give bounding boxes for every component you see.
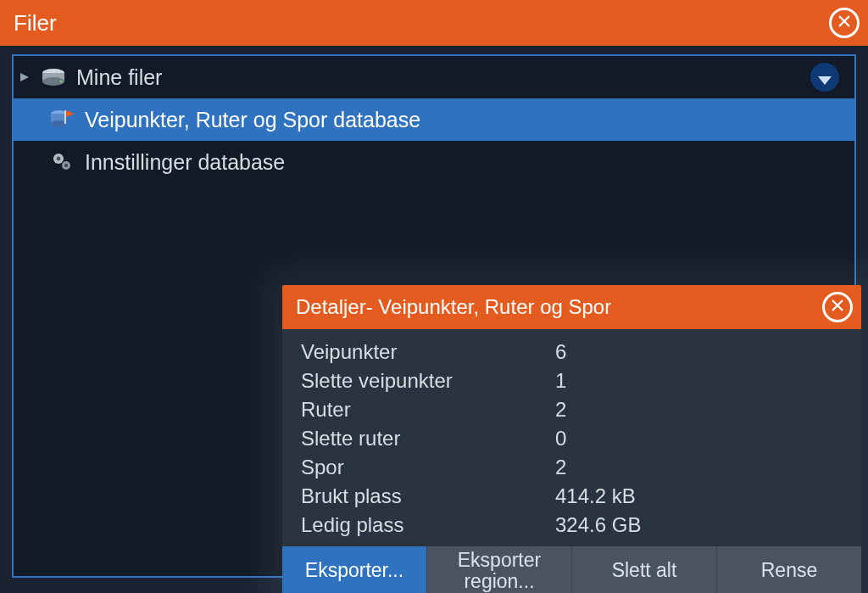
detail-value: 1 — [555, 366, 843, 395]
detail-key: Ruter — [301, 395, 555, 424]
detail-button-bar: Eksporter... Eksporter region... Slett a… — [282, 546, 861, 593]
detail-row: Ledig plass 324.6 GB — [282, 511, 861, 540]
gear-icon — [49, 153, 75, 171]
close-button[interactable] — [829, 8, 860, 38]
close-icon — [830, 298, 845, 316]
tree-item-mine-filer[interactable]: Mine filer — [14, 56, 854, 98]
detail-key: Ledig plass — [301, 511, 555, 540]
detail-value: 6 — [555, 338, 843, 366]
detail-row: Brukt plass 414.2 kB — [282, 482, 861, 511]
detail-key: Brukt plass — [301, 482, 555, 511]
tree-item-label: Mine filer — [76, 65, 162, 90]
chevron-down-icon — [818, 65, 832, 90]
export-button[interactable]: Eksporter... — [282, 546, 426, 593]
svg-point-14 — [57, 157, 61, 161]
svg-marker-7 — [818, 76, 832, 85]
detail-value: 414.2 kB — [555, 482, 843, 511]
detail-value: 324.6 GB — [555, 511, 843, 540]
detail-row: Slette veipunkter 1 — [282, 366, 861, 395]
detail-key: Slette ruter — [301, 424, 555, 453]
detail-popup: Detaljer- Veipunkter, Ruter og Spor Veip… — [282, 285, 861, 593]
detail-row: Slette ruter 0 — [282, 424, 861, 453]
detail-value: 2 — [555, 395, 843, 424]
svg-rect-11 — [64, 110, 66, 124]
tree-item-innstillinger-db[interactable]: Innstillinger database — [14, 141, 854, 183]
export-region-button[interactable]: Eksporter region... — [426, 546, 571, 593]
detail-row: Spor 2 — [282, 453, 861, 482]
expand-icon[interactable] — [19, 71, 31, 83]
dropdown-button[interactable] — [810, 63, 839, 92]
tree-item-veipunkter-db[interactable]: Veipunkter, Ruter og Spor database — [14, 98, 854, 141]
detail-row: Veipunkter 6 — [282, 338, 861, 366]
detail-key: Slette veipunkter — [301, 366, 555, 395]
svg-marker-2 — [20, 73, 29, 81]
svg-point-10 — [51, 120, 66, 127]
tree-item-label: Innstillinger database — [85, 150, 285, 175]
delete-all-button[interactable]: Slett alt — [571, 546, 716, 593]
database-flag-icon — [49, 110, 75, 129]
detail-titlebar: Detaljer- Veipunkter, Ruter og Spor — [282, 285, 861, 329]
drive-icon — [41, 68, 66, 87]
svg-point-16 — [64, 164, 68, 167]
detail-key: Spor — [301, 453, 555, 482]
detail-value: 2 — [555, 453, 843, 482]
detail-key: Veipunkter — [301, 338, 555, 366]
svg-marker-12 — [66, 110, 75, 117]
tree-item-label: Veipunkter, Ruter og Spor database — [85, 108, 420, 132]
files-titlebar: Filer — [0, 0, 868, 46]
files-title: Filer — [14, 10, 57, 36]
detail-body: Veipunkter 6 Slette veipunkter 1 Ruter 2… — [282, 329, 861, 546]
detail-title: Detaljer- Veipunkter, Ruter og Spor — [296, 295, 611, 319]
purge-button[interactable]: Rense — [716, 546, 861, 593]
detail-value: 0 — [555, 424, 843, 453]
close-icon — [837, 14, 852, 32]
detail-row: Ruter 2 — [282, 395, 861, 424]
svg-point-6 — [59, 80, 62, 82]
detail-close-button[interactable] — [822, 292, 853, 322]
